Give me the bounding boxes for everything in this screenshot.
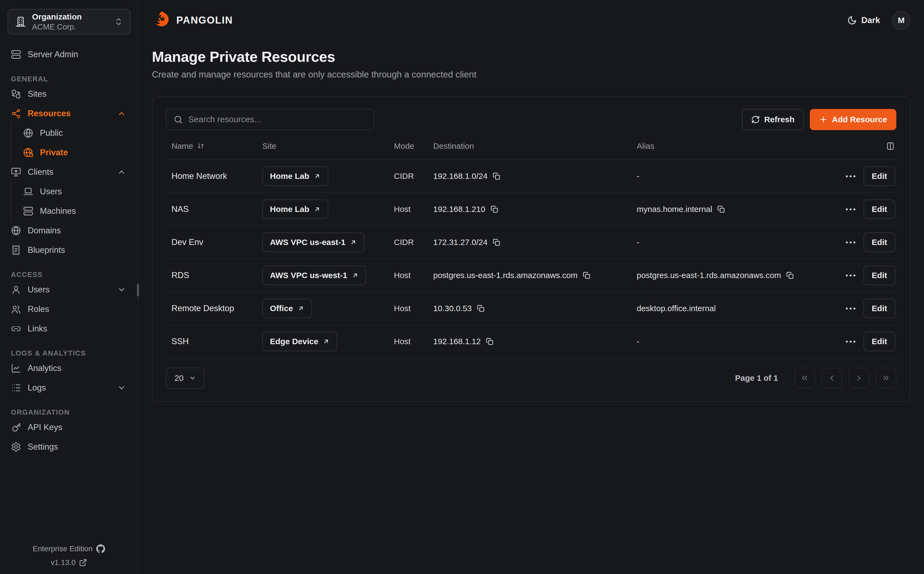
table-row: Home Network Home Lab CIDR 192.168.1.0/2…	[166, 160, 896, 193]
sidebar-item-private[interactable]: Private	[11, 143, 138, 162]
theme-toggle[interactable]: Dark	[847, 16, 880, 25]
sidebar-item-clients[interactable]: Clients	[0, 162, 138, 182]
edit-button[interactable]: Edit	[864, 266, 895, 285]
edit-button[interactable]: Edit	[864, 166, 895, 186]
row-menu-button[interactable]	[846, 241, 855, 243]
sidebar-item-server-admin[interactable]: Server Admin	[0, 45, 138, 64]
sidebar-item-label: Machines	[40, 206, 76, 216]
sidebar: Organization ACME Corp. Server Admin GEN…	[0, 0, 138, 574]
sidebar-item-public[interactable]: Public	[11, 123, 138, 143]
org-selector[interactable]: Organization ACME Corp.	[8, 9, 131, 35]
edit-button[interactable]: Edit	[864, 199, 895, 219]
sidebar-item-roles[interactable]: Roles	[0, 300, 138, 319]
resource-name: Dev Env	[166, 237, 257, 247]
sidebar-item-label: Analytics	[28, 363, 61, 373]
chevron-down-icon	[189, 375, 196, 382]
refresh-button[interactable]: Refresh	[742, 109, 804, 130]
sidebar-item-label: Sites	[28, 89, 46, 99]
sidebar-item-logs[interactable]: Logs	[0, 378, 138, 397]
avatar[interactable]: M	[892, 11, 910, 30]
github-icon[interactable]	[96, 544, 105, 554]
edit-button[interactable]: Edit	[864, 233, 895, 252]
sidebar-item-settings[interactable]: Settings	[0, 437, 138, 457]
next-page-button[interactable]	[848, 368, 869, 388]
search-input[interactable]	[188, 115, 367, 125]
logs-icon	[11, 383, 21, 393]
copy-icon[interactable]	[477, 304, 485, 312]
column-header-site: Site	[257, 142, 388, 151]
row-menu-button[interactable]	[846, 208, 855, 210]
sidebar-item-api-keys[interactable]: API Keys	[0, 418, 138, 437]
arrow-up-right-icon	[313, 206, 321, 213]
page-size-select[interactable]: 20	[166, 367, 204, 389]
column-header-name[interactable]: Name	[166, 142, 257, 151]
key-icon	[11, 422, 21, 432]
copy-icon[interactable]	[492, 172, 500, 180]
site-link-button[interactable]: Edge Device	[262, 332, 337, 351]
copy-icon[interactable]	[492, 238, 500, 246]
page-subtitle: Create and manage resources that are onl…	[152, 69, 910, 80]
resource-alias: postgres.us-east-1.rds.amazonaws.com	[637, 271, 781, 280]
chevron-down-icon	[117, 383, 126, 392]
site-link-button[interactable]: Home Lab	[262, 166, 328, 186]
columns-toggle-icon[interactable]	[886, 142, 895, 150]
prev-page-button[interactable]	[821, 368, 842, 388]
add-resource-button[interactable]: Add Resource	[810, 109, 896, 130]
sidebar-item-users[interactable]: Users	[0, 280, 138, 300]
copy-icon[interactable]	[582, 271, 590, 279]
sort-icon	[197, 142, 204, 150]
resource-destination: postgres.us-east-1.rds.amazonaws.com	[433, 271, 578, 280]
copy-icon[interactable]	[786, 271, 794, 279]
copy-icon[interactable]	[490, 205, 498, 213]
resource-destination: 192.168.1.12	[433, 337, 481, 346]
sidebar-item-machines[interactable]: Machines	[11, 201, 138, 221]
globe-icon	[23, 128, 33, 138]
sidebar-item-label: Logs	[28, 383, 46, 393]
row-menu-button[interactable]	[846, 274, 855, 276]
sidebar-item-client-users[interactable]: Users	[11, 182, 138, 201]
copy-icon[interactable]	[717, 205, 725, 213]
globe-icon	[11, 226, 21, 236]
copy-icon[interactable]	[486, 337, 494, 345]
row-menu-button[interactable]	[846, 308, 855, 309]
sidebar-item-resources[interactable]: Resources	[0, 104, 138, 123]
row-menu-button[interactable]	[846, 175, 855, 177]
table-row: NAS Home Lab Host 192.168.1.210 mynas.ho…	[166, 193, 896, 226]
last-page-button[interactable]	[876, 368, 896, 388]
first-page-button[interactable]	[794, 368, 815, 388]
column-header-destination: Destination	[428, 142, 631, 151]
resource-alias: desktop.office.internal	[637, 304, 716, 313]
sidebar-item-analytics[interactable]: Analytics	[0, 358, 138, 378]
sidebar-item-label: Server Admin	[28, 50, 78, 59]
page-title: Manage Private Resources	[152, 48, 910, 65]
sidebar-item-sites[interactable]: Sites	[0, 84, 138, 104]
sidebar-item-blueprints[interactable]: Blueprints	[0, 240, 138, 260]
external-link-icon[interactable]	[79, 558, 87, 567]
site-link-button[interactable]: Home Lab	[262, 199, 328, 219]
monitor-up-icon	[11, 167, 21, 177]
brand-name: PANGOLIN	[176, 15, 233, 26]
pangolin-logo-icon	[152, 11, 171, 30]
site-link-button[interactable]: AWS VPC us-west-1	[262, 266, 366, 285]
row-menu-button[interactable]	[846, 341, 855, 342]
brand-logo[interactable]: PANGOLIN	[152, 11, 233, 30]
resource-mode: Host	[388, 337, 428, 346]
resource-name: RDS	[166, 270, 257, 280]
edit-button[interactable]: Edit	[864, 299, 895, 318]
org-selector-label: Organization	[32, 12, 108, 22]
sites-icon	[11, 89, 21, 99]
sidebar-item-links[interactable]: Links	[0, 319, 138, 339]
sidebar-item-label: Public	[40, 128, 63, 138]
site-link-button[interactable]: AWS VPC us-east-1	[262, 233, 364, 252]
sidebar-item-label: Private	[40, 148, 68, 158]
site-link-button[interactable]: Office	[262, 299, 312, 318]
edit-button[interactable]: Edit	[864, 332, 895, 351]
column-header-mode: Mode	[388, 142, 428, 151]
resource-name: Home Network	[166, 171, 257, 181]
chevron-up-icon	[117, 168, 126, 177]
sidebar-clients-subnav: Users Machines	[11, 182, 138, 221]
table-row: SSH Edge Device Host 192.168.1.12 - Edit	[166, 325, 896, 358]
app-root: Organization ACME Corp. Server Admin GEN…	[0, 0, 924, 574]
sidebar-item-domains[interactable]: Domains	[0, 221, 138, 240]
resource-name: SSH	[166, 337, 257, 346]
